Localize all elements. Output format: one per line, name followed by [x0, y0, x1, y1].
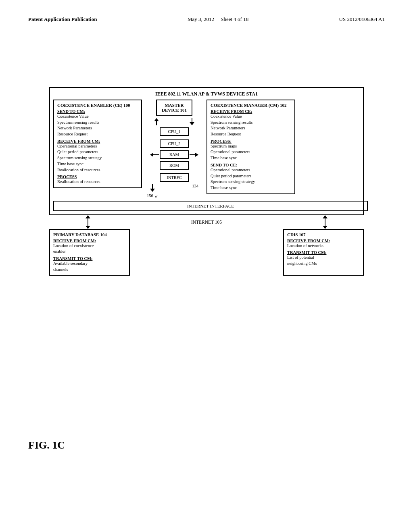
ce-send-items: Coexistence Value Spectrum sensing resul…: [57, 114, 138, 137]
cm-process-label: PROCESS:: [211, 139, 291, 143]
main-ieee-box: IEEE 802.11 WLAN AP & TVWS DEVICE STA1 C…: [49, 87, 364, 215]
ce-receive-label: RECEIVE FROM CM:: [57, 139, 138, 143]
cdis-title: CDIS 107: [287, 232, 360, 237]
main-box-title: IEEE 802.11 WLAN AP & TVWS DEVICE STA1: [53, 91, 360, 97]
master-device-title: MASTERDEVICE 101: [161, 103, 188, 112]
cm-process-items: Spectrum maps Operational parameters Tim…: [211, 143, 291, 161]
header-patent-number: US 2012/0106364 A1: [339, 16, 385, 23]
cpu1-box: CPU_1: [160, 127, 189, 136]
arrow-to-primary-db: [86, 215, 90, 229]
middle-section: MASTERDEVICE 101: [142, 100, 206, 198]
primary-db-box: PRIMARY DATABASE 104 RECEIVE FROM CM: Lo…: [49, 229, 130, 276]
header-date: May 3, 2012: [188, 16, 214, 22]
diagram-area: IEEE 802.11 WLAN AP & TVWS DEVICE STA1 C…: [0, 79, 413, 284]
ce-process-label: PROCESS: [57, 175, 138, 179]
cdis-transmit-label: TRANSMIT TO CM:: [287, 250, 360, 255]
ram-arrow-left: [150, 153, 159, 157]
internet-label: INTERNET 105: [191, 220, 222, 224]
master-device-box: MASTERDEVICE 101: [156, 100, 192, 116]
arrow-up-left: [154, 118, 159, 125]
cdis-transmit-items: List of potential neighboring CMs: [287, 255, 360, 266]
ram-box: RAM: [160, 150, 189, 159]
ce-box: COEXISTENCE ENABLER (CE) 100 SEND TO CM:…: [53, 100, 142, 188]
ce-send-label: SEND TO CM:: [57, 109, 138, 114]
page-header: Patent Application Publication May 3, 20…: [0, 0, 413, 31]
arrow-down-right: [190, 118, 194, 125]
ce-box-title: COEXISTENCE ENABLER (CE) 100: [57, 103, 138, 108]
bottom-spacer: [130, 229, 283, 276]
cm-receive-items: Coexistence Value Spectrum sensing resul…: [211, 114, 291, 137]
cm-send-items: Operational parameters Quiet period para…: [211, 167, 291, 191]
primary-db-title: PRIMARY DATABASE 104: [53, 232, 126, 237]
primary-db-transmit-items: Available secondary channels: [53, 261, 126, 272]
internet-interface-bar: INTERNET INTERFACE: [53, 201, 368, 211]
cdis-box: CDIS 107 RECEIVE FROM CM: Location of ne…: [283, 229, 364, 276]
intrfc-box: INTRFC: [160, 173, 189, 182]
ref-134: 134: [192, 184, 198, 188]
header-publication: Patent Application Publication: [28, 16, 97, 23]
cdis-receive-label: RECEIVE FROM CM:: [287, 239, 360, 243]
components-list: CPU_1 CPU_2 RAM: [150, 126, 198, 183]
cm-box-title: COEXISTENCE MANAGER (CM) 102: [211, 103, 291, 108]
primary-db-transmit-label: TRANSMIT TO CM:: [53, 256, 126, 261]
primary-db-receive-items: Location of coexistence enabler: [53, 243, 126, 255]
ce-receive-items: Operational parameters Quiet period para…: [57, 143, 138, 173]
header-date-sheet: May 3, 2012 Sheet 4 of 18: [188, 16, 248, 23]
primary-db-receive-label: RECEIVE FROM CM:: [53, 239, 126, 243]
ref-156: 156 ↙: [147, 193, 158, 198]
rom-box: ROM: [160, 161, 189, 170]
header-sheet: Sheet 4 of 18: [221, 16, 248, 22]
cm-receive-label: RECEIVE FROM CE:: [211, 109, 291, 114]
ram-arrow-right: [190, 153, 198, 157]
bottom-arrows-refs: 134: [150, 184, 198, 192]
cpu2-box: CPU_2: [160, 139, 189, 148]
bottom-arrow-row: INTERNET 105: [49, 215, 364, 229]
bottom-row: PRIMARY DATABASE 104 RECEIVE FROM CM: Lo…: [49, 229, 364, 276]
arrow-to-cdis: [323, 215, 327, 229]
ce-process-items: Reallocation of resources: [57, 179, 138, 185]
cdis-receive-items: Location of networks: [287, 243, 360, 249]
cm-box: COEXISTENCE MANAGER (CM) 102 RECEIVE FRO…: [206, 100, 295, 194]
cm-send-label: SEND TO CE:: [211, 163, 291, 167]
